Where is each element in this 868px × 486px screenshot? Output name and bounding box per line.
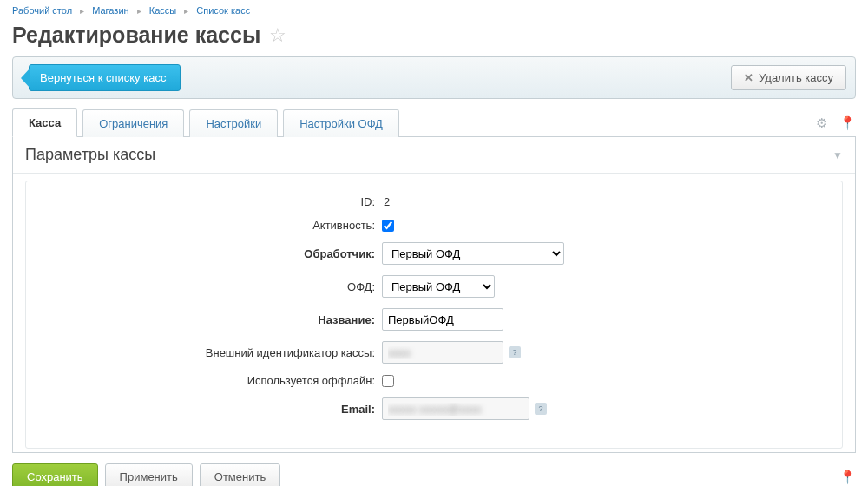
gear-icon[interactable]: ⚙ xyxy=(816,115,827,131)
pin-icon[interactable]: 📍 xyxy=(839,115,856,131)
help-icon[interactable]: ? xyxy=(509,346,521,358)
email-input[interactable] xyxy=(382,397,529,420)
form: ID: 2 Активность: Обработчик: Первый ОФД… xyxy=(25,181,843,449)
offline-checkbox[interactable] xyxy=(382,375,394,387)
active-checkbox[interactable] xyxy=(382,220,394,232)
pin-icon[interactable]: 📍 xyxy=(839,470,856,485)
tab-ofd-settings[interactable]: Настройки ОФД xyxy=(283,109,399,137)
tabs-row: Касса Ограничения Настройки Настройки ОФ… xyxy=(12,108,856,137)
tab-kassa[interactable]: Касса xyxy=(12,108,77,137)
section-title: Параметры кассы xyxy=(25,146,155,164)
back-button[interactable]: Вернуться к списку касс xyxy=(29,64,181,91)
chevron-icon: ▸ xyxy=(137,6,141,16)
footer: Сохранить Применить Отменить 📍 xyxy=(12,463,856,486)
chevron-icon: ▸ xyxy=(80,6,84,16)
breadcrumb: Рабочий стол ▸ Магазин ▸ Кассы ▸ Список … xyxy=(0,0,868,19)
breadcrumb-item[interactable]: Список касс xyxy=(196,5,250,16)
cancel-button[interactable]: Отменить xyxy=(200,463,280,486)
close-icon: ✕ xyxy=(744,71,753,84)
id-value: 2 xyxy=(382,195,390,208)
help-icon[interactable]: ? xyxy=(535,403,547,415)
page-title-wrap: Редактирование кассы ☆ xyxy=(0,19,868,56)
handler-label: Обработчик: xyxy=(26,247,382,260)
tab-settings[interactable]: Настройки xyxy=(189,109,278,137)
star-icon[interactable]: ☆ xyxy=(269,24,286,47)
save-button[interactable]: Сохранить xyxy=(12,463,98,486)
handler-select[interactable]: Первый ОФД xyxy=(382,242,564,265)
toolbar: Вернуться к списку касс ✕ Удалить кассу xyxy=(12,56,856,99)
breadcrumb-item[interactable]: Магазин xyxy=(92,5,128,16)
apply-button[interactable]: Применить xyxy=(105,463,193,486)
chevron-icon: ▸ xyxy=(184,6,188,16)
breadcrumb-item[interactable]: Рабочий стол xyxy=(12,5,72,16)
page-title: Редактирование кассы xyxy=(12,23,260,48)
section: Параметры кассы ▼ ID: 2 Активность: Обра… xyxy=(12,137,856,453)
external-id-input[interactable] xyxy=(382,341,503,364)
ofd-label: ОФД: xyxy=(26,280,382,293)
delete-button[interactable]: ✕ Удалить кассу xyxy=(731,65,846,90)
name-input[interactable] xyxy=(382,308,503,331)
offline-label: Используется оффлайн: xyxy=(26,374,382,387)
active-label: Активность: xyxy=(26,219,382,232)
email-label: Email: xyxy=(26,403,382,416)
ofd-select[interactable]: Первый ОФД xyxy=(382,275,495,298)
tab-restrictions[interactable]: Ограничения xyxy=(82,109,184,137)
name-label: Название: xyxy=(26,313,382,326)
section-header: Параметры кассы ▼ xyxy=(13,137,855,174)
id-label: ID: xyxy=(26,195,382,208)
breadcrumb-item[interactable]: Кассы xyxy=(149,5,176,16)
delete-button-label: Удалить кассу xyxy=(759,71,833,84)
chevron-down-icon[interactable]: ▼ xyxy=(832,149,843,161)
external-id-label: Внешний идентификатор кассы: xyxy=(26,346,382,359)
